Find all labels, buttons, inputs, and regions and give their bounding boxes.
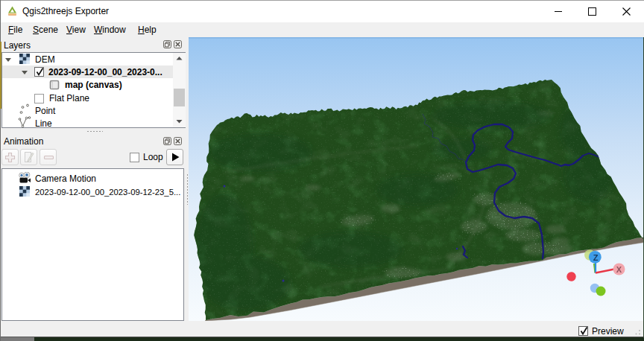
svg-text:X: X [616,265,622,274]
svg-text:Z: Z [593,253,599,262]
